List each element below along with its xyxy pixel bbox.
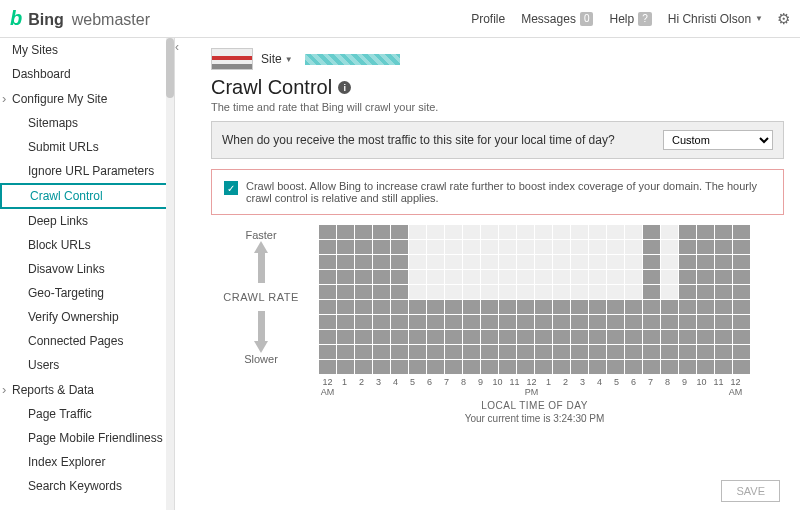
heatmap-cell[interactable] <box>697 330 714 344</box>
heatmap-cell[interactable] <box>499 270 516 284</box>
heatmap-cell[interactable] <box>733 300 750 314</box>
heatmap-cell[interactable] <box>571 330 588 344</box>
heatmap-cell[interactable] <box>571 225 588 239</box>
heatmap-cell[interactable] <box>679 345 696 359</box>
crawl-boost-checkbox[interactable]: ✓ <box>224 181 238 195</box>
heatmap-cell[interactable] <box>643 270 660 284</box>
heatmap-cell[interactable] <box>319 270 336 284</box>
heatmap-cell[interactable] <box>355 300 372 314</box>
sidebar-item-ignore-url-parameters[interactable]: Ignore URL Parameters <box>0 159 174 183</box>
heatmap-cell[interactable] <box>517 240 534 254</box>
sidebar-item-crawl-control[interactable]: Crawl Control <box>0 183 174 209</box>
heatmap-cell[interactable] <box>535 240 552 254</box>
heatmap-cell[interactable] <box>643 255 660 269</box>
heatmap-cell[interactable] <box>409 330 426 344</box>
heatmap-cell[interactable] <box>607 270 624 284</box>
heatmap-cell[interactable] <box>661 270 678 284</box>
heatmap-cell[interactable] <box>337 300 354 314</box>
heatmap-cell[interactable] <box>697 315 714 329</box>
heatmap-cell[interactable] <box>643 240 660 254</box>
heatmap-cell[interactable] <box>679 225 696 239</box>
heatmap-cell[interactable] <box>715 300 732 314</box>
heatmap-cell[interactable] <box>607 300 624 314</box>
heatmap-cell[interactable] <box>517 330 534 344</box>
heatmap-cell[interactable] <box>319 240 336 254</box>
heatmap-cell[interactable] <box>715 345 732 359</box>
heatmap-cell[interactable] <box>391 345 408 359</box>
heatmap-cell[interactable] <box>697 225 714 239</box>
heatmap-cell[interactable] <box>661 360 678 374</box>
heatmap-cell[interactable] <box>625 255 642 269</box>
heatmap-cell[interactable] <box>481 300 498 314</box>
heatmap-cell[interactable] <box>499 285 516 299</box>
heatmap-cell[interactable] <box>517 285 534 299</box>
heatmap-cell[interactable] <box>535 345 552 359</box>
heatmap-cell[interactable] <box>355 225 372 239</box>
heatmap-cell[interactable] <box>499 315 516 329</box>
heatmap-cell[interactable] <box>427 345 444 359</box>
heatmap-cell[interactable] <box>373 255 390 269</box>
heatmap-cell[interactable] <box>553 345 570 359</box>
heatmap-cell[interactable] <box>463 345 480 359</box>
heatmap-cell[interactable] <box>607 360 624 374</box>
heatmap-cell[interactable] <box>373 360 390 374</box>
heatmap-cell[interactable] <box>571 300 588 314</box>
heatmap-cell[interactable] <box>625 300 642 314</box>
heatmap-cell[interactable] <box>427 240 444 254</box>
heatmap-cell[interactable] <box>535 270 552 284</box>
heatmap-cell[interactable] <box>337 270 354 284</box>
sidebar-item-geo-targeting[interactable]: Geo-Targeting <box>0 281 174 305</box>
heatmap-cell[interactable] <box>373 225 390 239</box>
heatmap-cell[interactable] <box>517 360 534 374</box>
sidebar-item-connected-pages[interactable]: Connected Pages <box>0 329 174 353</box>
heatmap-cell[interactable] <box>679 360 696 374</box>
sidebar-item-sitemaps[interactable]: Sitemaps <box>0 111 174 135</box>
sidebar-item-reports-data[interactable]: Reports & Data <box>0 377 174 402</box>
heatmap-cell[interactable] <box>535 360 552 374</box>
heatmap-cell[interactable] <box>319 345 336 359</box>
heatmap-cell[interactable] <box>733 330 750 344</box>
heatmap-cell[interactable] <box>445 360 462 374</box>
heatmap-cell[interactable] <box>499 330 516 344</box>
heatmap-cell[interactable] <box>535 315 552 329</box>
heatmap-cell[interactable] <box>409 315 426 329</box>
heatmap-cell[interactable] <box>697 360 714 374</box>
heatmap-cell[interactable] <box>589 360 606 374</box>
heatmap-cell[interactable] <box>337 360 354 374</box>
heatmap-cell[interactable] <box>499 360 516 374</box>
heatmap-cell[interactable] <box>607 240 624 254</box>
heatmap-cell[interactable] <box>319 315 336 329</box>
heatmap-cell[interactable] <box>355 255 372 269</box>
heatmap-cell[interactable] <box>571 240 588 254</box>
heatmap-cell[interactable] <box>409 225 426 239</box>
heatmap-cell[interactable] <box>445 285 462 299</box>
heatmap-cell[interactable] <box>715 270 732 284</box>
heatmap-cell[interactable] <box>391 300 408 314</box>
heatmap-cell[interactable] <box>553 255 570 269</box>
heatmap-cell[interactable] <box>715 285 732 299</box>
heatmap-cell[interactable] <box>697 255 714 269</box>
heatmap-cell[interactable] <box>355 315 372 329</box>
heatmap-cell[interactable] <box>427 255 444 269</box>
heatmap-cell[interactable] <box>589 300 606 314</box>
heatmap-cell[interactable] <box>445 330 462 344</box>
heatmap-cell[interactable] <box>391 315 408 329</box>
heatmap-cell[interactable] <box>607 285 624 299</box>
heatmap-cell[interactable] <box>661 240 678 254</box>
heatmap-cell[interactable] <box>391 330 408 344</box>
sidebar-item-dashboard[interactable]: Dashboard <box>0 62 174 86</box>
heatmap-cell[interactable] <box>643 345 660 359</box>
heatmap-cell[interactable] <box>733 360 750 374</box>
heatmap-cell[interactable] <box>643 360 660 374</box>
heatmap-cell[interactable] <box>625 225 642 239</box>
heatmap-cell[interactable] <box>607 330 624 344</box>
heatmap-cell[interactable] <box>427 330 444 344</box>
heatmap-cell[interactable] <box>625 285 642 299</box>
heatmap-cell[interactable] <box>427 285 444 299</box>
heatmap-cell[interactable] <box>625 270 642 284</box>
heatmap-cell[interactable] <box>373 240 390 254</box>
heatmap-cell[interactable] <box>715 240 732 254</box>
info-icon[interactable]: i <box>338 81 351 94</box>
heatmap-cell[interactable] <box>409 285 426 299</box>
sidebar-item-deep-links[interactable]: Deep Links <box>0 209 174 233</box>
